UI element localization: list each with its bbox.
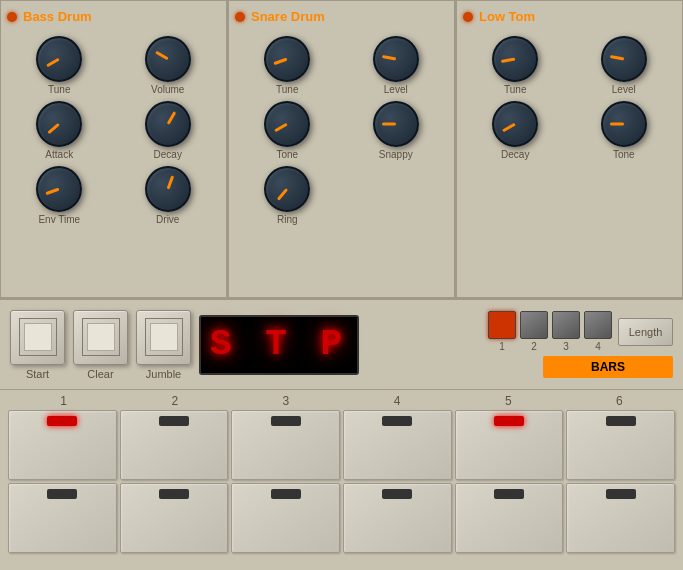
length-label: Length (629, 326, 663, 338)
snare-tune-knob[interactable] (264, 36, 310, 82)
lt-tone-knob[interactable] (601, 101, 647, 147)
snare-drum-title: Snare Drum (251, 9, 325, 24)
snare-tone-knob-container: Tone (264, 101, 310, 160)
pat4-group: 4 (584, 311, 612, 352)
step-num-4: 4 (341, 394, 452, 408)
step-led-2-6 (606, 489, 636, 499)
low-tom-knobs: Tune Level Decay Tone (463, 36, 676, 160)
snare-ring-knob-container: Ring (264, 166, 310, 225)
attack-knob-container: Attack (36, 101, 82, 160)
snare-ring-label: Ring (277, 214, 298, 225)
snare-snappy-label: Snappy (379, 149, 413, 160)
jumble-button-group: Jumble (136, 310, 191, 380)
envtime-knob-container: Env Time (36, 166, 82, 225)
step-numbers: 1 2 3 4 5 6 (8, 394, 675, 408)
pattern-btn-2[interactable] (520, 311, 548, 339)
step-led-2-2 (159, 489, 189, 499)
lt-tone-knob-container: Tone (601, 101, 647, 160)
step-cell-1-2[interactable] (120, 410, 229, 480)
pattern-buttons: 1 2 3 4 (488, 311, 612, 352)
top-panel: Bass Drum Tune Volume Attack (0, 0, 683, 300)
lt-level-knob[interactable] (601, 36, 647, 82)
pat1-group: 1 (488, 311, 516, 352)
snare-level-knob[interactable] (373, 36, 419, 82)
step-cell-2-1[interactable] (8, 483, 117, 553)
controls-row: Start Clear Jumble S T P (0, 300, 683, 390)
step-cell-2-5[interactable] (455, 483, 564, 553)
pat1-label: 1 (499, 341, 505, 352)
step-track-1 (8, 410, 675, 480)
step-led-1-2 (159, 416, 189, 426)
snare-ring-knob[interactable] (264, 166, 310, 212)
lt-tune-label: Tune (504, 84, 526, 95)
pattern-btn-4[interactable] (584, 311, 612, 339)
attack-label: Attack (45, 149, 73, 160)
pattern-btn-3[interactable] (552, 311, 580, 339)
envtime-label: Env Time (38, 214, 80, 225)
step-cell-1-3[interactable] (231, 410, 340, 480)
bass-drum-knobs: Tune Volume Attack Decay (7, 36, 220, 225)
sequencer-section: 1 2 3 4 5 6 (0, 390, 683, 570)
envtime-knob[interactable] (36, 166, 82, 212)
jumble-button[interactable] (136, 310, 191, 365)
step-cell-1-4[interactable] (343, 410, 452, 480)
volume-knob[interactable] (145, 36, 191, 82)
clear-button-group: Clear (73, 310, 128, 380)
drive-knob[interactable] (145, 166, 191, 212)
low-tom-header: Low Tom (463, 9, 676, 24)
pattern-top-row: 1 2 3 4 Length (488, 311, 673, 352)
snare-snappy-knob[interactable] (373, 101, 419, 147)
low-tom-panel: Low Tom Tune Level Decay (455, 0, 683, 298)
decay-knob[interactable] (145, 101, 191, 147)
tune-knob-container: Tune (36, 36, 82, 95)
step-cell-1-5[interactable] (455, 410, 564, 480)
snare-tone-knob[interactable] (264, 101, 310, 147)
lt-tune-knob[interactable] (492, 36, 538, 82)
bars-button[interactable]: BARS (543, 356, 673, 378)
step-led-1-4 (382, 416, 412, 426)
snare-tune-label: Tune (276, 84, 298, 95)
snare-drum-panel: Snare Drum Tune Level Tone (227, 0, 455, 298)
step-cell-2-2[interactable] (120, 483, 229, 553)
clear-button[interactable] (73, 310, 128, 365)
step-led-1-5 (494, 416, 524, 426)
drive-knob-container: Drive (145, 166, 191, 225)
snare-level-knob-container: Level (373, 36, 419, 95)
step-led-1-1 (47, 416, 77, 426)
tune-label: Tune (48, 84, 70, 95)
step-cell-1-1[interactable] (8, 410, 117, 480)
pattern-btn-1[interactable] (488, 311, 516, 339)
bass-drum-led (7, 12, 17, 22)
snare-drum-led (235, 12, 245, 22)
step-num-1: 1 (8, 394, 119, 408)
attack-knob[interactable] (36, 101, 82, 147)
low-tom-title: Low Tom (479, 9, 535, 24)
lt-level-knob-container: Level (601, 36, 647, 95)
snare-drum-knobs: Tune Level Tone Snappy (235, 36, 448, 225)
low-tom-led (463, 12, 473, 22)
bass-drum-header: Bass Drum (7, 9, 220, 24)
step-cell-2-6[interactable] (566, 483, 675, 553)
step-num-3: 3 (230, 394, 341, 408)
length-button[interactable]: Length (618, 318, 673, 346)
step-cell-2-3[interactable] (231, 483, 340, 553)
start-button-inner (19, 318, 57, 356)
step-cell-1-6[interactable] (566, 410, 675, 480)
step-cell-2-4[interactable] (343, 483, 452, 553)
lt-decay-knob-container: Decay (492, 101, 538, 160)
tune-knob[interactable] (36, 36, 82, 82)
snare-tune-knob-container: Tune (264, 36, 310, 95)
pat3-label: 3 (563, 341, 569, 352)
jumble-label: Jumble (146, 368, 181, 380)
decay-label: Decay (154, 149, 182, 160)
jumble-button-core (150, 323, 178, 351)
step-num-5: 5 (453, 394, 564, 408)
step-track-2 (8, 483, 675, 553)
stp-text: S T P (210, 324, 348, 365)
lt-level-label: Level (612, 84, 636, 95)
pat3-group: 3 (552, 311, 580, 352)
lt-decay-knob[interactable] (492, 101, 538, 147)
step-led-2-4 (382, 489, 412, 499)
snare-snappy-knob-container: Snappy (373, 101, 419, 160)
start-button[interactable] (10, 310, 65, 365)
